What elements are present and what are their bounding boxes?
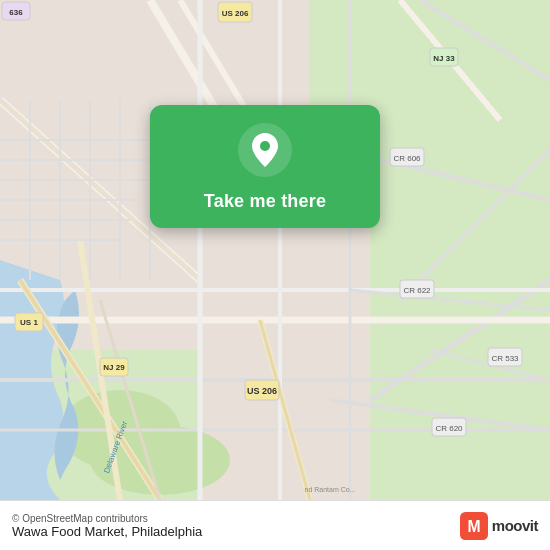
svg-text:M: M (467, 518, 480, 535)
svg-point-40 (260, 141, 270, 151)
moovit-icon: M (460, 512, 488, 540)
svg-text:CR 606: CR 606 (393, 154, 421, 163)
destination-card: Take me there (150, 105, 380, 228)
svg-text:nd Rantam Co...: nd Rantam Co... (305, 486, 356, 493)
svg-text:CR 622: CR 622 (403, 286, 431, 295)
moovit-label: moovit (492, 517, 538, 534)
location-pin-icon (238, 123, 292, 177)
svg-text:NJ 29: NJ 29 (103, 363, 125, 372)
svg-text:US 206: US 206 (247, 386, 277, 396)
svg-text:CR 533: CR 533 (491, 354, 519, 363)
svg-text:US 1: US 1 (20, 318, 38, 327)
map-container: US 206 US 1 NJ 29 US 206 NJ 33 CR 606 CR… (0, 0, 550, 500)
svg-text:US 206: US 206 (222, 9, 249, 18)
svg-rect-2 (370, 220, 550, 500)
take-me-there-button[interactable]: Take me there (204, 191, 326, 212)
svg-text:636: 636 (9, 8, 23, 17)
attribution-text: © OpenStreetMap contributors (12, 513, 460, 524)
svg-text:CR 620: CR 620 (435, 424, 463, 433)
bottom-bar: © OpenStreetMap contributors Wawa Food M… (0, 500, 550, 550)
svg-text:NJ 33: NJ 33 (433, 54, 455, 63)
bottom-left-info: © OpenStreetMap contributors Wawa Food M… (12, 513, 460, 539)
location-name: Wawa Food Market, Philadelphia (12, 524, 460, 539)
moovit-logo: M moovit (460, 512, 538, 540)
